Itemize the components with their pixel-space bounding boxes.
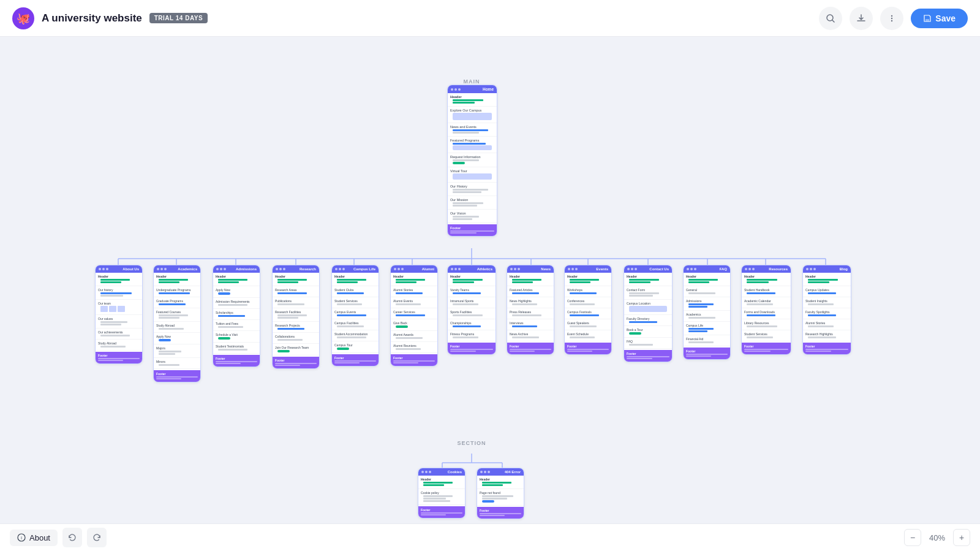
more-button[interactable] [880,7,903,30]
cookies-card[interactable]: Cookies Header Cookie policy Footer [418,468,466,519]
home-card-header: Home [448,85,497,93]
download-icon [856,13,866,23]
redo-button[interactable] [87,528,107,547]
svg-point-2 [891,15,892,16]
home-header-section: Header [448,93,497,107]
home-footer-section: Footer [448,224,497,236]
about-icon: i [17,533,26,542]
zoom-out-button[interactable]: − [904,529,921,546]
svg-line-1 [832,20,834,22]
home-virtual-section: Virtual Tour [448,167,497,183]
save-button[interactable]: Save [911,9,968,28]
app-header: 🐙 A university website TRIAL 14 DAYS Sav… [0,0,980,37]
section-label: SECTION [456,440,487,446]
canvas[interactable]: MAIN Home Header Explore Our Campus News… [0,37,980,551]
home-explore-section: Explore Our Campus [448,107,497,123]
logo-icon: 🐙 [12,7,34,29]
undo-button[interactable] [62,528,82,547]
about-tab-label: About [29,533,50,542]
svg-point-3 [891,17,892,18]
home-card[interactable]: Home Header Explore Our Campus News and … [447,85,497,237]
resources-card[interactable]: Resources Header Student Handbook Academ… [741,265,791,355]
faq-card[interactable]: FAQ Header General Admissions Academics … [683,265,731,360]
blog-card[interactable]: Blog Header Campus Updates Student Insig… [802,265,851,355]
home-news-section: News and Events [448,123,497,137]
about-card[interactable]: About Us Header Our history Our team Our… [95,265,143,364]
campus-life-card[interactable]: Campus Life Header Student Clubs Student… [331,265,379,367]
home-card-dots [451,88,461,91]
home-history-section: Our History [448,183,497,196]
error404-card[interactable]: 404 Error Header Page not found Footer [477,468,524,519]
trial-badge: TRIAL 14 DAYS [149,13,208,23]
save-icon [923,14,932,23]
home-mission-section: Our Mission [448,196,497,210]
bottom-bar: i About − 40% + [0,523,980,551]
about-card-header: About Us [96,265,142,273]
news-card[interactable]: News Header Featured Articles News Highl… [507,265,554,355]
admissions-card[interactable]: Admissions Header Apply Now Admission Re… [213,265,260,367]
app-title: A university website [42,12,142,25]
zoom-controls: − 40% + [904,529,970,546]
undo-icon [68,533,77,542]
svg-text:i: i [21,536,22,540]
zoom-in-button[interactable]: + [953,529,970,546]
download-button[interactable] [850,7,873,30]
home-vision-section: Our Vision [448,210,497,223]
search-icon [826,13,835,23]
more-icon [887,13,897,23]
athletics-card[interactable]: Athletics Header Varsity Teams Intramura… [447,265,496,355]
home-featured-section: Featured Programs [448,137,497,153]
redo-icon [92,533,101,542]
main-section-label: MAIN [456,78,487,85]
events-card[interactable]: Events Header Workshops Conferences Camp… [564,265,612,355]
about-tab[interactable]: i About [10,530,58,546]
home-request-section: Request Information [448,153,497,167]
academics-card[interactable]: Academics Header Undergraduate Programs … [153,265,201,382]
research-card[interactable]: Research Header Research Areas Publicati… [272,265,320,369]
search-button[interactable] [819,7,842,30]
home-title: Home [483,87,494,91]
svg-rect-5 [925,19,929,21]
alumni-card[interactable]: Alumni Header Alumni Stories Alumni Even… [390,265,438,367]
svg-point-4 [891,20,892,21]
contact-card[interactable]: Contact Us Header Contact Form Campus Lo… [624,265,673,362]
zoom-label: 40% [926,533,948,542]
bottom-left-controls: i About [10,528,107,547]
